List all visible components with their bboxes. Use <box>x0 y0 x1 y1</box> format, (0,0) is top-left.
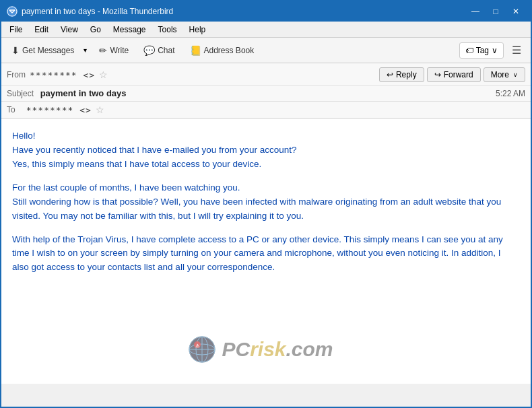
from-field: From ******** <> ☆ <box>7 69 108 80</box>
email-body-container[interactable]: Hello!Have you recently noticed that I h… <box>1 118 531 384</box>
window-title: payment in two days - Mozilla Thunderbir… <box>22 7 173 16</box>
title-bar-left: payment in two days - Mozilla Thunderbir… <box>7 6 173 17</box>
close-button[interactable]: ✕ <box>506 5 525 18</box>
title-bar: payment in two days - Mozilla Thunderbir… <box>1 1 531 22</box>
watermark-globe-icon: ⚠ <box>188 335 216 364</box>
watermark-text: PCrisk.com <box>222 338 333 361</box>
get-messages-group: ⬇ Get Messages ▾ <box>5 42 90 59</box>
to-value: ******** <> <box>26 105 92 115</box>
chat-icon: 💬 <box>143 45 155 56</box>
write-icon: ✏ <box>99 45 107 56</box>
menu-tools[interactable]: Tools <box>153 24 182 36</box>
svg-text:⚠: ⚠ <box>195 343 200 348</box>
chat-button[interactable]: 💬 Chat <box>137 42 180 59</box>
write-button[interactable]: ✏ Write <box>93 42 135 59</box>
email-paragraph-3: With help of the Trojan Virus, I have co… <box>12 233 520 275</box>
watermark-risk: risk <box>250 338 286 360</box>
minimize-button[interactable]: — <box>466 5 485 18</box>
get-messages-button[interactable]: ⬇ Get Messages <box>5 42 80 59</box>
menu-bar: File Edit View Go Message Tools Help <box>1 22 531 38</box>
more-label: More <box>491 70 509 79</box>
email-header: From ******** <> ☆ ↩ Reply ↪ Forward Mor… <box>1 63 531 118</box>
from-star-icon[interactable]: ☆ <box>99 69 108 80</box>
more-arrow-icon: ∨ <box>513 71 518 78</box>
tag-label: Tag <box>476 46 489 55</box>
menu-go[interactable]: Go <box>85 24 106 36</box>
email-paragraph-2: For the last couple of months, I have be… <box>12 181 520 224</box>
forward-button[interactable]: ↪ Forward <box>427 67 481 82</box>
get-messages-label: Get Messages <box>22 46 74 55</box>
subject-field: Subject payment in two days <box>7 88 127 98</box>
watermark: ⚠ PCrisk.com <box>1 335 520 364</box>
svg-point-7 <box>189 344 215 355</box>
watermark-pc: PC <box>222 338 250 360</box>
address-book-label: Address Book <box>204 46 255 55</box>
maximize-button[interactable]: □ <box>486 5 505 18</box>
svg-point-8 <box>194 341 201 348</box>
tag-arrow-icon: ∨ <box>492 46 498 55</box>
get-messages-dropdown[interactable]: ▾ <box>80 43 90 57</box>
get-messages-icon: ⬇ <box>11 45 20 56</box>
to-label: To <box>7 105 15 114</box>
address-book-button[interactable]: 📒 Address Book <box>184 42 261 59</box>
chat-label: Chat <box>158 46 174 55</box>
forward-label: Forward <box>444 70 473 79</box>
email-time: 5:22 AM <box>496 89 525 98</box>
menu-edit[interactable]: Edit <box>29 24 54 36</box>
main-toolbar: ⬇ Get Messages ▾ ✏ Write 💬 Chat 📒 Addres… <box>1 38 531 63</box>
address-book-icon: 📒 <box>190 45 201 56</box>
menu-file[interactable]: File <box>4 24 28 36</box>
svg-point-0 <box>7 7 17 16</box>
subject-value: payment in two days <box>40 88 127 98</box>
tag-button[interactable]: 🏷 Tag ∨ <box>459 42 504 59</box>
email-subject-row: Subject payment in two days 5:22 AM <box>1 86 531 102</box>
email-to-row: To ******** <> ☆ <box>1 102 531 118</box>
to-star-icon[interactable]: ☆ <box>96 104 104 115</box>
subject-label: Subject <box>7 89 34 98</box>
svg-point-3 <box>196 337 208 362</box>
email-action-buttons: ↩ Reply ↪ Forward More ∨ <box>379 67 525 82</box>
svg-point-2 <box>189 337 215 362</box>
email-paragraph-1: Hello!Have you recently noticed that I h… <box>12 129 520 172</box>
write-label: Write <box>110 46 129 55</box>
menu-help[interactable]: Help <box>184 24 211 36</box>
email-from-row: From ******** <> ☆ ↩ Reply ↪ Forward Mor… <box>1 63 531 86</box>
svg-point-6 <box>189 337 215 362</box>
more-button[interactable]: More ∨ <box>484 67 525 82</box>
app-icon <box>7 6 18 17</box>
forward-icon: ↪ <box>434 70 441 79</box>
watermark-com: .com <box>286 338 333 360</box>
menu-view[interactable]: View <box>55 24 84 36</box>
watermark-logo: ⚠ PCrisk.com <box>188 335 333 364</box>
reply-icon: ↩ <box>387 70 393 79</box>
reply-button[interactable]: ↩ Reply <box>379 67 424 82</box>
reply-label: Reply <box>396 70 417 79</box>
menu-message[interactable]: Message <box>108 24 152 36</box>
window-controls: — □ ✕ <box>466 5 525 18</box>
tag-icon: 🏷 <box>465 46 473 55</box>
from-label: From <box>7 70 26 79</box>
from-value: ******** <> <box>30 70 95 80</box>
hamburger-button[interactable]: ☰ <box>506 41 527 59</box>
email-body: Hello!Have you recently noticed that I h… <box>1 118 531 285</box>
